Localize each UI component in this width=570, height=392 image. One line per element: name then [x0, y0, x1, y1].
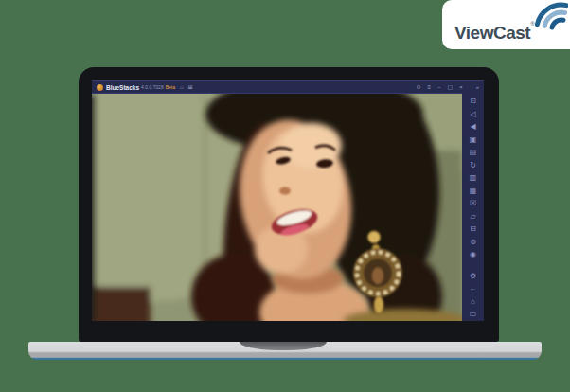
boost-icon[interactable]: ⊚	[470, 239, 476, 246]
android-nav-group: ⚙←⌂▭	[470, 273, 477, 319]
window-content: ⊡◁◀▣▤↻▥▦☒▱⊟⊚◉ ⚙←⌂▭	[92, 93, 484, 321]
keymap-icon[interactable]: ▦	[470, 187, 477, 195]
side-toolbar: ⊡◁◀▣▤↻▥▦☒▱⊟⊚◉ ⚙←⌂▭	[462, 93, 484, 321]
collapse-toolbar-icon[interactable]: «	[476, 84, 479, 90]
fullscreen-icon[interactable]: ⊡	[470, 98, 476, 105]
viewcast-logo-card: ViewCast®	[442, 0, 570, 49]
video-frame[interactable]	[92, 93, 462, 321]
settings-icon[interactable]: ⚙	[470, 273, 476, 280]
back-icon[interactable]: ←	[470, 285, 477, 293]
registered-mark: ®	[530, 21, 534, 27]
camera-icon[interactable]: ▤	[470, 149, 477, 156]
maximize-icon[interactable]: ▢	[447, 84, 453, 90]
app-title: BlueStacks	[106, 84, 139, 91]
app-version: 4.0.0.7028	[141, 84, 164, 90]
viewcast-wordmark: ViewCast®	[454, 23, 534, 44]
volume-up-icon[interactable]: ◁	[470, 111, 475, 118]
multi-window-icon[interactable]: ⊞	[188, 84, 193, 90]
close-app-icon[interactable]: ☒	[470, 200, 476, 207]
volume-down-icon[interactable]: ◀	[470, 123, 475, 131]
beta-badge: Beta	[166, 84, 175, 90]
bluestacks-logo-icon	[97, 84, 103, 91]
screenshot-icon[interactable]: ▣	[470, 136, 477, 144]
recents-icon[interactable]: ▭	[470, 311, 477, 318]
multi-instance-icon[interactable]: ⊟	[470, 225, 476, 233]
rotate-icon[interactable]: ↻	[470, 162, 476, 169]
laptop-base	[28, 342, 542, 360]
home-nav-icon[interactable]: ⌂	[471, 298, 475, 306]
shake-icon[interactable]: ▥	[470, 174, 477, 182]
video-illustration	[92, 94, 462, 321]
location-icon[interactable]: ◉	[470, 251, 476, 258]
laptop-lid-notch	[240, 342, 327, 350]
close-icon[interactable]: ×	[459, 84, 463, 90]
folder-icon[interactable]: ▱	[470, 213, 475, 221]
bluestacks-window: BlueStacks 4.0.0.7028 Beta ⌂⊞ ⊙≡–▢×«	[92, 80, 484, 321]
home-icon[interactable]: ⌂	[180, 84, 184, 90]
minimize-icon[interactable]: –	[437, 84, 440, 90]
titlebar[interactable]: BlueStacks 4.0.0.7028 Beta ⌂⊞ ⊙≡–▢×«	[92, 80, 484, 93]
help-icon[interactable]: ⊙	[417, 84, 421, 90]
menu-icon[interactable]: ≡	[428, 84, 432, 90]
laptop-screen-bezel: BlueStacks 4.0.0.7028 Beta ⌂⊞ ⊙≡–▢×«	[79, 67, 499, 342]
